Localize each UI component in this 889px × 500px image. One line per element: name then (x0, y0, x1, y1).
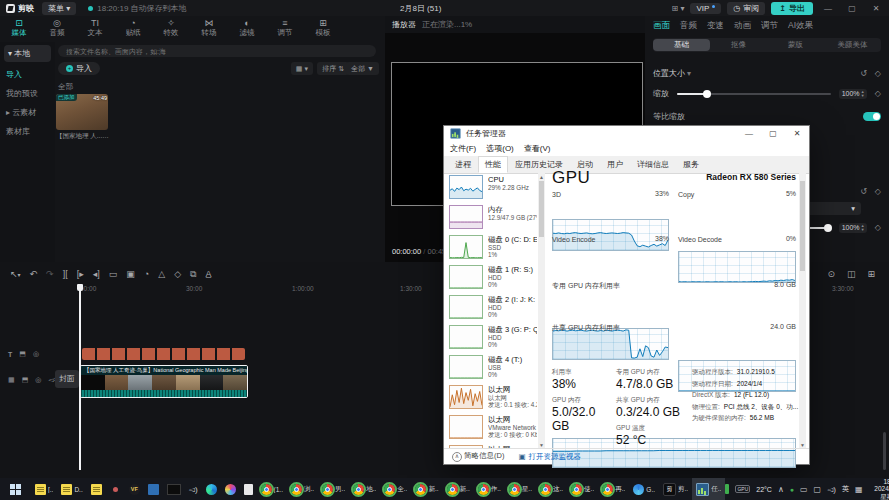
taskbar-app-sticky1[interactable]: [.. (31, 478, 57, 500)
taskbar-app-sticky2[interactable]: D.. (57, 478, 86, 500)
tray-expand-icon[interactable]: ∧ (778, 485, 784, 494)
media-search[interactable] (58, 45, 376, 57)
vip-button[interactable]: VIP (690, 3, 721, 14)
taskbar-app-audio[interactable]: ◅) (185, 478, 202, 500)
filter-button[interactable]: 全部▼ (346, 62, 379, 75)
taskbar-app-dot[interactable] (106, 478, 125, 500)
auto-caption-icon[interactable]: A̲ (205, 269, 211, 279)
sidebar-scrollbar[interactable]: ▲▼ (538, 173, 545, 449)
perf-item-disk1[interactable]: 磁盘 1 (R: S:)HDD0% (449, 263, 537, 292)
trim-right-icon[interactable]: ◂] (93, 269, 100, 279)
ribbon-tab-media[interactable]: ⊡媒体 (0, 16, 38, 38)
ime-mode-icon[interactable]: ▦ (855, 485, 863, 494)
freeze-frame-icon[interactable]: ▣ (126, 269, 135, 279)
taskbar-chrome-window[interactable]: 男.. (318, 478, 349, 500)
blend-reset-icon[interactable]: ↺ (860, 187, 867, 196)
tm-minimize-button[interactable]: — (737, 129, 761, 138)
close-button[interactable]: ✕ (867, 4, 885, 13)
ribbon-tab-filter[interactable]: ◐滤镜 (228, 16, 266, 38)
tab-audio[interactable]: 音频 (680, 20, 697, 32)
tab-speed[interactable]: 变速 (707, 20, 724, 32)
maximize-button[interactable]: ▢ (843, 4, 861, 13)
scale-slider-knob[interactable] (703, 90, 711, 98)
perf-item-disk0[interactable]: 磁盘 0 (C: D: E:SSD1% (449, 233, 537, 262)
tab-performance[interactable]: 性能 (478, 156, 508, 173)
perf-item-ethernet1[interactable]: 以太网以太网发送: 0.1 接收: 4.2 K (449, 383, 537, 412)
sidebar-item-import[interactable]: 导入 (0, 65, 55, 84)
ribbon-tab-effects[interactable]: ✧特效 (152, 16, 190, 38)
perf-item-memory[interactable]: 内存12.9/47.9 GB (27%) (449, 203, 537, 232)
scale-keyframe-icon[interactable]: ◇ (875, 89, 881, 98)
display-icon[interactable]: ▢ (814, 485, 822, 494)
reverse-icon[interactable]: ◔ (144, 269, 149, 279)
eye-icon[interactable]: ◎ (33, 350, 39, 358)
search-input[interactable] (58, 48, 376, 55)
sidebar-item-library[interactable]: 素材库 (0, 122, 55, 141)
taskbar-chrome-window[interactable]: 星.. (505, 478, 536, 500)
scale-value-box[interactable]: 100%▴▾ (839, 89, 867, 99)
ribbon-tab-adjust[interactable]: ≡调节 (266, 16, 304, 38)
timeline-settings-icon[interactable]: ⊞ (867, 269, 875, 279)
subtab-basic[interactable]: 基础 (653, 39, 710, 51)
opacity-keyframe-icon[interactable]: ◇ (875, 223, 881, 232)
ribbon-tab-audio[interactable]: ◎音频 (38, 16, 76, 38)
open-resource-monitor-link[interactable]: ▣打开资源监视器 (519, 452, 582, 462)
input-language[interactable]: 英 (842, 484, 849, 494)
green-status-icon[interactable]: ● (790, 486, 794, 493)
taskbar-chrome-window[interactable]: 这.. (536, 478, 567, 500)
minimize-button[interactable]: — (819, 4, 837, 13)
playhead[interactable] (79, 284, 81, 470)
tm-maximize-button[interactable]: ▢ (761, 129, 785, 138)
perf-item-disk2[interactable]: 磁盘 2 (I: J: K: NHDD0% (449, 293, 537, 322)
tm-close-button[interactable]: ✕ (785, 129, 809, 138)
tab-ai-effects[interactable]: AI效果 (788, 20, 813, 32)
ribbon-tab-transition[interactable]: ⋈转场 (190, 16, 228, 38)
view-mode-button[interactable]: ▦ ▾ (291, 62, 313, 75)
redo-icon[interactable]: ↷ (46, 269, 54, 279)
lock-icon[interactable]: ⬒ (22, 376, 29, 384)
subtab-beauty[interactable]: 美颜美体 (824, 39, 881, 51)
simple-view-toggle[interactable]: ∧ 简略信息(D) (452, 451, 505, 462)
eye-icon[interactable]: ◎ (35, 376, 41, 384)
sidebar-item-presets[interactable]: 我的预设 (0, 84, 55, 103)
tab-animation[interactable]: 动画 (734, 20, 751, 32)
taskbar-app-videofusion[interactable]: VF (125, 478, 144, 500)
cover-button[interactable]: 封面 (55, 370, 79, 388)
media-clip-thumbnail[interactable]: 已添加 45:49 (56, 94, 108, 130)
subtab-mask[interactable]: 蒙版 (767, 39, 824, 51)
ribbon-tab-template[interactable]: ⊞模板 (304, 16, 342, 38)
menu-view[interactable]: 查看(V) (524, 143, 551, 154)
subtitle-segments[interactable] (82, 348, 245, 360)
gpu-tray-icon[interactable]: GPU (735, 485, 750, 493)
perf-item-ethernet2[interactable]: 以太网VMware Network A发送: 0 接收: 0 Kbp (449, 413, 537, 442)
taskbar-app-media-player[interactable] (221, 478, 240, 500)
timeline-scrollbar[interactable] (883, 432, 886, 470)
link-mainline-icon[interactable]: ◫ (847, 269, 856, 279)
trim-left-icon[interactable]: [▸ (77, 269, 84, 279)
undo-icon[interactable]: ↶ (30, 269, 38, 279)
lock-icon[interactable]: ⬒ (19, 350, 26, 358)
tab-picture[interactable]: 画面 (653, 20, 670, 32)
perf-item-disk3[interactable]: 磁盘 3 (G: P: Q:HDD0% (449, 323, 537, 352)
uniform-scale-toggle[interactable] (863, 112, 881, 121)
crop-icon[interactable]: ⧉ (190, 269, 196, 280)
tab-adjust[interactable]: 调节 (761, 20, 778, 32)
perf-item-disk4[interactable]: 磁盘 4 (T:)USB0% (449, 353, 537, 382)
taskbar-app-window[interactable] (144, 478, 163, 500)
taskbar-chrome-window[interactable]: (1.. (257, 478, 287, 500)
preview-axis-icon[interactable]: ⊙ (827, 269, 835, 279)
menu-button[interactable]: 菜单 ▾ (42, 2, 76, 15)
sidebar-item-local[interactable]: ▾ 本地 (4, 45, 51, 62)
ribbon-tab-sticker[interactable]: ◔贴纸 (114, 16, 152, 38)
laptop-icon[interactable]: ▭ (800, 485, 808, 494)
subtab-cutout[interactable]: 抠像 (710, 39, 767, 51)
rotate-icon[interactable]: ◇ (174, 269, 181, 279)
taskbar-chrome-window[interactable]: 新.. (443, 478, 474, 500)
taskbar-chrome-window[interactable]: 新.. (411, 478, 442, 500)
taskbar-browser-window[interactable]: G.. (629, 478, 659, 500)
select-tool-icon[interactable]: ↖▾ (10, 269, 21, 279)
ribbon-tab-text[interactable]: TI文本 (76, 16, 114, 38)
menu-options[interactable]: 选项(O) (486, 143, 514, 154)
start-button[interactable] (0, 478, 31, 500)
taskbar-chrome-window[interactable]: 使.. (567, 478, 598, 500)
